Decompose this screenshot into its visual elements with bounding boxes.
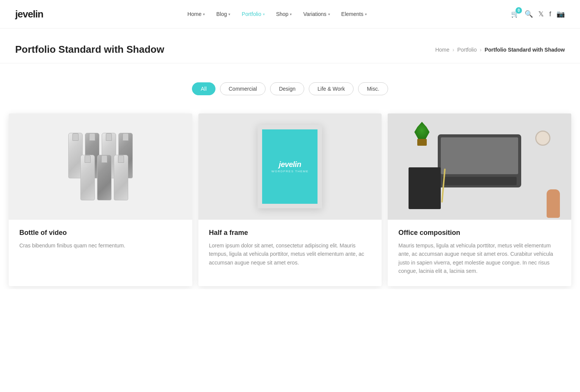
bottle-5 [80,155,95,200]
chevron-down-icon: ▾ [290,12,292,16]
chevron-down-icon: ▾ [365,12,367,16]
card-content-bottles: Bottle of video Cras bibendum finibus qu… [9,220,192,260]
filter-misc[interactable]: Misc. [358,82,388,95]
cart-icon[interactable]: 🛒 0 [511,10,519,18]
frame-logo-text: jevelin [279,160,301,169]
chevron-down-icon: ▾ [263,12,265,16]
bottle-7 [114,155,128,200]
nav-item-home[interactable]: Home ▾ [183,9,209,19]
filter-life-work[interactable]: Life & Work [309,82,354,95]
cart-badge: 0 [516,7,522,14]
laptop-body [438,134,521,187]
nav-item-portfolio[interactable]: Portfolio ▾ [237,9,269,19]
card-desc-frame: Lorem ipsum dolor sit amet, consectetur … [209,241,371,267]
portfolio-card-frame: jevelin WORDPRES THEME Half a frame Lore… [198,113,382,286]
search-icon[interactable]: 🔍 [525,10,533,18]
breadcrumb: Home › Portfolio › Portfolio Standard wi… [435,47,565,53]
chevron-down-icon: ▾ [203,12,205,16]
frame-inner: jevelin WORDPRES THEME [262,129,318,204]
portfolio-grid: Bottle of video Cras bibendum finibus qu… [0,110,580,289]
coffee-cup [535,131,550,146]
card-image-bottles [9,113,192,220]
chevron-down-icon: ▾ [228,12,230,16]
card-content-frame: Half a frame Lorem ipsum dolor sit amet,… [198,220,382,277]
header-icons: 🛒 0 🔍 𝕏 f 📷 [511,10,565,18]
chevron-down-icon: ▾ [328,12,330,16]
card-image-frame: jevelin WORDPRES THEME [198,113,382,220]
nav-item-variations[interactable]: Variations ▾ [299,9,334,19]
bottle-6 [97,155,112,200]
hand [547,189,560,218]
portfolio-card-office: Office composition Mauris tempus, ligula… [388,113,571,286]
site-logo[interactable]: jevelin [15,8,43,20]
instagram-icon[interactable]: 📷 [556,10,565,18]
breadcrumb-portfolio[interactable]: Portfolio [457,47,476,53]
twitter-icon[interactable]: 𝕏 [538,10,544,18]
site-header: jevelin Home ▾ Blog ▾ Portfolio ▾ Shop ▾… [0,0,580,28]
plant-pot [417,139,427,146]
plant-leaves [414,122,429,139]
nav-item-shop[interactable]: Shop ▾ [272,9,297,19]
notebook [409,167,441,209]
page-title: Portfolio Standard with Shadow [15,44,164,55]
card-content-office: Office composition Mauris tempus, ligula… [388,220,571,286]
filter-commercial[interactable]: Commercial [220,82,266,95]
laptop-screen [441,137,518,174]
card-title-frame: Half a frame [209,229,371,237]
breadcrumb-current: Portfolio Standard with Shadow [484,47,565,53]
filter-all[interactable]: All [192,82,215,95]
filter-design[interactable]: Design [270,82,304,95]
frame-logo-sub: WORDPRES THEME [271,170,308,173]
page-header-section: Portfolio Standard with Shadow Home › Po… [0,28,580,63]
card-title-bottles: Bottle of video [19,229,182,237]
facebook-icon[interactable]: f [549,10,551,18]
breadcrumb-sep-2: › [480,47,482,53]
card-desc-office: Mauris tempus, ligula at vehicula portti… [398,241,561,276]
nav-item-elements[interactable]: Elements ▾ [337,9,371,19]
nav-item-blog[interactable]: Blog ▾ [212,9,235,19]
portfolio-card-bottles: Bottle of video Cras bibendum finibus qu… [9,113,192,286]
office-scene [388,113,571,220]
frame-outer: jevelin WORDPRES THEME [258,125,322,208]
card-image-office [388,113,571,220]
card-desc-bottles: Cras bibendum finibus quam nec fermentum… [19,241,182,250]
card-title-office: Office composition [398,229,561,237]
main-nav: Home ▾ Blog ▾ Portfolio ▾ Shop ▾ Variati… [183,9,371,19]
breadcrumb-home[interactable]: Home [435,47,449,53]
filter-bar: All Commercial Design Life & Work Misc. [0,63,580,110]
plant-group [414,122,429,146]
breadcrumb-sep-1: › [453,47,454,53]
laptop-keyboard [442,177,517,185]
